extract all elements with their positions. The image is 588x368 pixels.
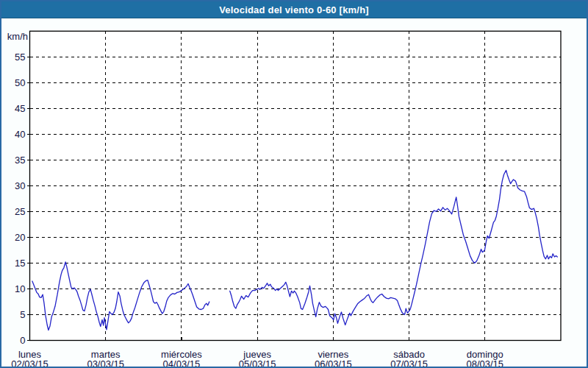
chart-window: Velocidad del viento 0-60 [km/h] 0510152… <box>0 0 588 368</box>
y-tick-label: 35 <box>15 155 25 166</box>
x-day-date-label: 07/03/15 <box>390 358 428 368</box>
y-tick-label: 55 <box>15 52 25 63</box>
x-day-date-label: 05/03/15 <box>239 358 276 368</box>
y-tick-label: 10 <box>15 283 25 294</box>
x-day-date-label: 08/03/15 <box>466 358 503 368</box>
x-day-date-label: 02/03/15 <box>11 358 49 368</box>
x-day-date-label: 03/03/15 <box>87 358 124 368</box>
x-day-date-label: 06/03/15 <box>315 358 352 368</box>
x-day-date-label: 04/03/15 <box>163 358 201 368</box>
y-tick-label: 5 <box>20 309 25 320</box>
y-tick-label: 40 <box>15 129 25 140</box>
wind-speed-chart: 0510152025303540455055km/hlunes02/03/15m… <box>1 1 588 368</box>
y-axis-unit-label: km/h <box>7 31 28 42</box>
y-tick-label: 45 <box>15 103 25 114</box>
y-tick-label: 15 <box>15 258 25 269</box>
y-tick-label: 20 <box>15 232 25 243</box>
y-tick-label: 50 <box>15 77 25 88</box>
y-tick-label: 0 <box>20 335 25 346</box>
y-tick-label: 25 <box>15 206 25 217</box>
y-tick-label: 30 <box>15 180 25 191</box>
